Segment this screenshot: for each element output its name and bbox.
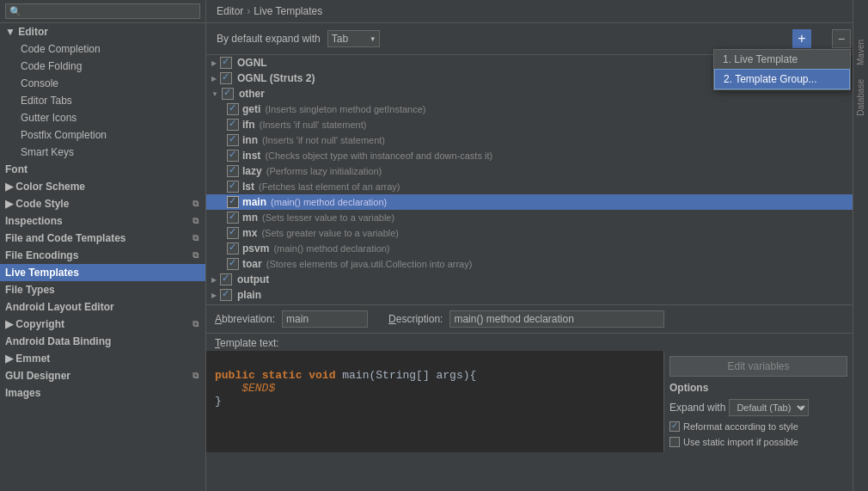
sidebar-item-file-encodings[interactable]: File Encodings⧉: [0, 247, 205, 264]
template-item-lazy[interactable]: lazy (Performs lazy initialization): [206, 163, 853, 179]
output-checkbox[interactable]: [220, 273, 232, 285]
ognl-struts2-checkbox[interactable]: [220, 72, 232, 84]
copy-icon5: ⧉: [193, 319, 199, 329]
other-checkbox[interactable]: [222, 88, 234, 100]
sidebar-item-code-completion[interactable]: Code Completion: [0, 40, 205, 58]
sidebar-item-live-templates[interactable]: Live Templates: [0, 264, 205, 281]
static-import-checkbox[interactable]: [669, 437, 680, 447]
template-item-inst[interactable]: inst (Checks object type with instanceof…: [206, 148, 853, 163]
sidebar-item-emmet[interactable]: ▶ Emmet: [0, 350, 205, 367]
copy-icon6: ⧉: [193, 371, 199, 381]
copy-icon: ⧉: [193, 199, 199, 209]
options-label: Options: [669, 382, 847, 394]
remove-template-button[interactable]: −: [832, 29, 851, 48]
bottom-panel: Abbreviation: Description: Template text…: [206, 304, 853, 452]
copy-icon4: ⧉: [193, 250, 199, 261]
reformat-label: Reformat according to style: [683, 421, 798, 432]
lst-checkbox[interactable]: [227, 181, 239, 193]
expand-label: By default expand with: [217, 33, 321, 45]
expand-with-label: Expand with: [669, 402, 725, 414]
output-label: output: [237, 273, 269, 285]
sidebar-item-postfix-completion[interactable]: Postfix Completion: [0, 126, 205, 144]
code-style-arrow: ▶: [5, 198, 15, 210]
ognl-checkbox[interactable]: [220, 57, 232, 69]
sidebar-item-file-types[interactable]: File Types: [0, 281, 205, 298]
copy-icon2: ⧉: [193, 216, 199, 226]
bottom-fields-row: Abbreviation: Description:: [206, 305, 853, 334]
ognl-arrow: ▶: [211, 59, 217, 67]
expand-select-wrapper: Tab Enter Space: [327, 30, 380, 47]
group-plain-header[interactable]: ▶ plain: [206, 287, 853, 303]
expand-arrow: ▼: [5, 26, 18, 38]
breadcrumb-current: Live Templates: [254, 5, 322, 17]
copy-icon3: ⧉: [193, 233, 199, 243]
psvm-checkbox[interactable]: [227, 242, 239, 255]
sidebar-item-gui-designer[interactable]: GUI Designer⧉: [0, 367, 205, 384]
mx-checkbox[interactable]: [227, 227, 239, 239]
sidebar-item-inspections[interactable]: Inspections⧉: [0, 212, 205, 230]
expand-bar: By default expand with Tab Enter Space +…: [206, 23, 853, 55]
sidebar-item-console[interactable]: Console: [0, 75, 205, 92]
template-item-geti[interactable]: geti (Inserts singleton method getInstan…: [206, 101, 853, 117]
main-content: Editor › Live Templates By default expan…: [206, 0, 853, 491]
template-item-main[interactable]: main (main() method declaration): [206, 194, 853, 210]
abbreviation-input[interactable]: [282, 310, 368, 328]
sidebar-item-android-data-binding[interactable]: Android Data Binding: [0, 333, 205, 350]
template-item-inn[interactable]: inn (Inserts 'if not null' statement): [206, 132, 853, 148]
reformat-checkbox[interactable]: [669, 421, 680, 432]
emmet-arrow: ▶: [5, 353, 15, 365]
sidebar-item-android-layout-editor[interactable]: Android Layout Editor: [0, 298, 205, 316]
sidebar-item-code-style[interactable]: ▶ Code Style⧉: [0, 195, 205, 212]
sidebar-item-color-scheme[interactable]: ▶ Color Scheme: [0, 178, 205, 195]
sidebar-item-smart-keys[interactable]: Smart Keys: [0, 144, 205, 161]
template-text-label: Template text:: [206, 334, 853, 351]
description-input[interactable]: [449, 310, 664, 328]
sidebar-item-code-folding[interactable]: Code Folding: [0, 58, 205, 75]
template-item-mn[interactable]: mn (Sets lesser value to a variable): [206, 210, 853, 225]
maven-tab[interactable]: Maven: [854, 34, 867, 71]
template-item-toar[interactable]: toar (Stores elements of java.util.Colle…: [206, 256, 853, 272]
template-item-mx[interactable]: mx (Sets greater value to a variable): [206, 225, 853, 241]
toar-checkbox[interactable]: [227, 258, 239, 270]
sidebar-item-gutter-icons[interactable]: Gutter Icons: [0, 109, 205, 126]
template-item-lst[interactable]: lst (Fetches last element of an array): [206, 179, 853, 194]
expand-select[interactable]: Tab Enter Space: [327, 30, 380, 47]
main-checkbox[interactable]: [227, 196, 239, 208]
sidebar-search-input[interactable]: [5, 3, 200, 19]
other-arrow: ▼: [211, 90, 218, 98]
expand-with-row: Expand with Default (Tab) Tab Enter Spac…: [669, 399, 847, 416]
breadcrumb-separator: ›: [247, 5, 250, 17]
group-output-header[interactable]: ▶ output: [206, 272, 853, 287]
other-label: other: [239, 88, 265, 100]
template-item-ifn[interactable]: ifn (Inserts 'if null' statement): [206, 117, 853, 132]
geti-checkbox[interactable]: [227, 103, 239, 115]
code-editor[interactable]: public static void main(String[] args){ …: [206, 351, 663, 452]
expand-with-select[interactable]: Default (Tab) Tab Enter Space: [729, 399, 809, 416]
breadcrumb-parent: Editor: [217, 5, 243, 17]
mn-checkbox[interactable]: [227, 212, 239, 224]
dropdown-item-template-group[interactable]: 2. Template Group...: [714, 69, 850, 89]
sidebar-item-file-code-templates[interactable]: File and Code Templates⧉: [0, 230, 205, 247]
sidebar-item-images[interactable]: Images: [0, 384, 205, 402]
static-import-row: Use static import if possible: [669, 437, 847, 447]
description-label: Description:: [388, 313, 443, 325]
reformat-row: Reformat according to style: [669, 421, 847, 432]
inst-checkbox[interactable]: [227, 150, 239, 162]
sidebar-item-editor[interactable]: ▼ Editor: [0, 23, 205, 40]
sidebar-item-editor-tabs[interactable]: Editor Tabs: [0, 92, 205, 109]
lazy-checkbox[interactable]: [227, 165, 239, 177]
ifn-checkbox[interactable]: [227, 119, 239, 131]
copyright-arrow: ▶: [5, 318, 15, 330]
dropdown-item-live-template[interactable]: 1. Live Template: [714, 50, 850, 69]
plain-checkbox[interactable]: [220, 289, 232, 301]
template-item-psvm[interactable]: psvm (main() method declaration): [206, 241, 853, 256]
edit-variables-button[interactable]: Edit variables: [669, 356, 847, 377]
sidebar-item-copyright[interactable]: ▶ Copyright⧉: [0, 316, 205, 333]
inn-checkbox[interactable]: [227, 134, 239, 146]
add-template-button[interactable]: +: [792, 29, 811, 48]
sidebar-item-font[interactable]: Font: [0, 161, 205, 178]
sidebar: ▼ Editor Code Completion Code Folding Co…: [0, 0, 206, 491]
color-scheme-arrow: ▶: [5, 181, 15, 193]
database-tab[interactable]: Database: [854, 74, 867, 121]
sidebar-search-container: [0, 0, 205, 23]
